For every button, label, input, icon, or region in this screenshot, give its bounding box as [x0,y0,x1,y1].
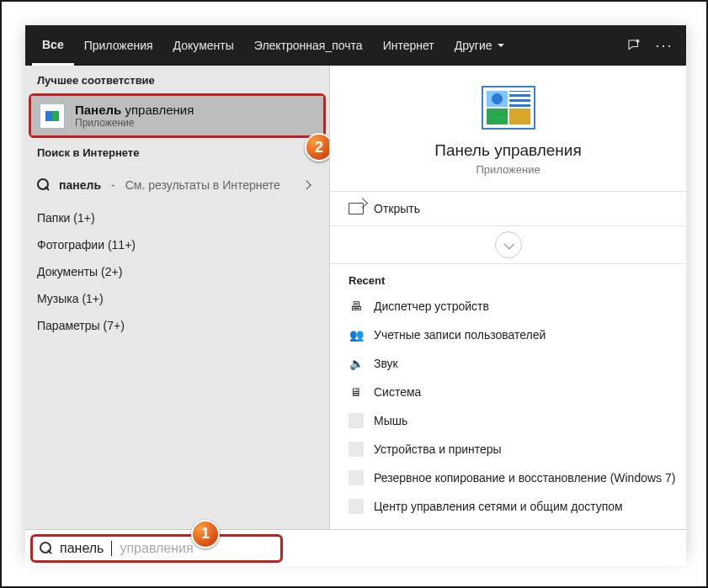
recent-system[interactable]: 🖥Система [330,378,686,406]
preview-panel: Панель управления Приложение Открыть Rec… [330,66,686,556]
system-icon: 🖥 [349,384,364,400]
recent-label: Recent [330,264,686,292]
recent-backup-restore[interactable]: Резервное копирование и восстановление (… [330,464,686,492]
device-manager-icon: 🖶 [349,299,364,314]
search-icon [40,542,53,555]
tutorial-frame: Все Приложения Документы Электронная_поч… [0,0,708,588]
recent-sound[interactable]: 🔈Звук [330,349,686,378]
users-icon: 👥 [349,327,364,342]
search-icon [37,178,51,192]
web-search-label: Поиск в Интернете [25,138,329,166]
annotation-badge-1: 1 [191,520,220,548]
web-sep: - [111,178,115,192]
web-hint: См. результаты в Интернете [125,178,280,192]
web-search-item[interactable]: панель - См. результаты в Интернете [25,166,329,204]
preview-subtitle: Приложение [476,163,540,176]
results-panel: Лучшее соответствие Панель управления Пр… [25,66,330,556]
best-match-text: Панель управления Приложение [75,103,194,129]
search-input[interactable]: панель управления 1 [30,534,283,563]
open-icon [349,203,364,215]
category-folders[interactable]: Папки (1+) [25,204,329,231]
tab-all[interactable]: Все [32,25,74,66]
expand-row [330,226,686,264]
taskbar-search-area: панель управления 1 [25,529,686,566]
category-documents[interactable]: Документы (2+) [25,258,329,285]
more-options-icon[interactable]: ··· [649,25,679,66]
recent-user-accounts[interactable]: 👥Учетные записи пользователей [330,320,686,349]
preview-hero: Панель управления Приложение [330,66,686,191]
expand-button[interactable] [495,231,522,258]
recent-network-center[interactable]: Центр управления сетями и общим доступом [330,492,686,521]
annotation-badge-2: 2 [305,133,330,162]
tab-internet[interactable]: Интернет [373,25,444,66]
search-suggestion-text: управления [120,541,193,556]
text-cursor [111,541,112,556]
recent-device-manager[interactable]: 🖶Диспетчер устройств [330,292,686,320]
placeholder-icon [349,470,364,485]
start-search-window: Все Приложения Документы Электронная_поч… [25,25,686,556]
tab-other-dropdown[interactable]: Другие [444,25,514,66]
tab-email[interactable]: Электронная_почта [244,25,373,66]
sound-icon: 🔈 [349,356,364,371]
tab-apps[interactable]: Приложения [74,25,163,66]
control-panel-icon [40,103,65,129]
best-match-item[interactable]: Панель управления Приложение [31,96,323,135]
best-match-label: Лучшее соответствие [25,66,329,93]
placeholder-icon [349,413,364,428]
category-settings[interactable]: Параметры (7+) [25,312,329,339]
recent-list: 🖶Диспетчер устройств 👥Учетные записи пол… [330,292,686,521]
best-match-title: Панель управления [75,103,194,117]
category-photos[interactable]: Фотографии (11+) [25,231,329,258]
search-scope-tabbar: Все Приложения Документы Электронная_поч… [25,25,686,66]
best-match-subtitle: Приложение [75,117,194,129]
tab-documents[interactable]: Документы [163,25,244,66]
feedback-icon[interactable] [619,25,649,66]
placeholder-icon [349,499,364,514]
recent-mouse[interactable]: Мышь [330,406,686,435]
preview-title: Панель управления [434,141,582,160]
recent-devices-printers[interactable]: Устройства и принтеры [330,435,686,464]
open-label: Открыть [374,202,420,215]
chevron-right-icon [295,174,317,196]
control-panel-hero-icon [482,86,535,130]
placeholder-icon [349,442,364,457]
search-typed-text: панель [60,541,104,556]
web-term: панель [59,178,101,192]
annotation-highlight-2: Панель управления Приложение 2 [29,93,326,138]
open-action[interactable]: Открыть [330,191,686,226]
category-music[interactable]: Музыка (1+) [25,285,329,312]
